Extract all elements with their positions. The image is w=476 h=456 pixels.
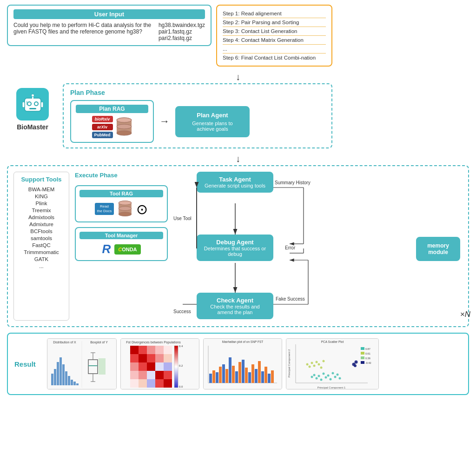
svg-text:-0.42: -0.42 [365,362,371,364]
svg-text:Fst Divergences between Popula: Fst Divergences between Populations [126,341,181,344]
svg-rect-98 [232,366,235,383]
svg-point-7 [31,94,34,97]
svg-point-17 [119,212,132,216]
svg-rect-111 [286,339,378,389]
svg-point-135 [318,363,320,366]
biorxiv-logo: bioRxiv [92,116,113,122]
svg-point-136 [320,367,323,369]
svg-rect-99 [235,371,238,383]
svg-rect-76 [155,371,164,379]
biomaster-plan-row: BioMaster Plan Phase Plan RAG bioRxiv ar… [7,83,469,148]
plan-agent-box: Plan Agent Generate plans to achieve goa… [175,106,250,137]
svg-point-124 [327,375,330,377]
tool-plink: Plink [19,200,64,207]
svg-rect-62 [164,346,172,354]
svg-rect-66 [155,354,164,362]
svg-rect-96 [225,369,228,383]
r-logo: R [102,242,111,256]
readthedocs-logo: Readthe Docs [95,203,114,215]
fake-success-label: Fake Success [276,296,305,302]
svg-rect-91 [209,374,212,383]
svg-rect-39 [51,374,53,385]
svg-rect-79 [139,379,147,388]
heatmap-chart: Fst Divergences between Populations [120,338,199,389]
tool-trimmo: Trimmmomatic [19,248,64,255]
user-input-files: hg38.bwaindex.tgz pair1.fastq.gz pari2.f… [159,22,205,41]
tool-admixture: Admixture [19,221,64,228]
arrow-to-plan: ↓ [7,72,469,81]
svg-point-4 [35,102,38,105]
svg-rect-42 [60,357,62,385]
success-label: Success [173,309,191,314]
svg-rect-74 [139,371,147,379]
user-input-text: Could you help me to perform Hi-C data a… [13,22,154,35]
svg-point-128 [337,374,339,376]
plan-phase-inner: Plan RAG bioRxiv arXiv PubMed [70,100,325,143]
svg-rect-97 [229,357,231,383]
result-section: Result Distribution of X Boxplot of Y [7,333,469,395]
svg-point-131 [309,366,311,368]
tool-rag-db-icon [118,200,132,218]
svg-point-119 [316,377,318,380]
svg-rect-106 [258,361,261,383]
histogram-svg: Distribution of X Boxplot of Y [47,339,116,389]
svg-point-122 [323,373,325,375]
tool-manager-box: Tool Manager R CONDA [75,227,168,261]
step-6: Step 6: Final Contact List Combi-nation [223,54,326,62]
tool-samtools: samtools [19,235,64,241]
heatmap-svg: Fst Divergences between Populations [121,339,199,389]
svg-rect-70 [147,362,155,371]
robot-svg [20,92,46,117]
svg-rect-73 [130,371,139,379]
check-agent-title: Check Agent [203,297,267,304]
svg-rect-67 [164,354,172,362]
svg-rect-147 [361,361,364,364]
svg-rect-100 [238,362,241,383]
top-section: User Input Could you help me to perform … [7,5,469,67]
svg-rect-104 [251,364,254,383]
plan-rag-db-icon [116,117,132,137]
svg-point-118 [313,374,316,376]
svg-rect-71 [155,362,164,371]
svg-point-13 [117,124,132,129]
error-label: Error [285,245,295,250]
user-input-header: User Input [13,9,205,19]
svg-text:0.2: 0.2 [179,364,183,367]
svg-rect-107 [261,371,264,383]
result-label: Result [14,360,42,368]
svg-text:0.0: 0.0 [179,385,183,388]
svg-rect-110 [271,370,274,383]
result-charts: Distribution of X Boxplot of Y [47,338,462,389]
execute-section: Support Tools BWA-MEM KING Plink Treemix… [7,165,469,327]
plan-phase-box: Plan Phase Plan RAG bioRxiv arXiv PubMed [63,83,332,148]
check-agent-box: Check Agent Check the results and amend … [197,293,273,319]
tool-fastqc: FastQC [19,241,64,248]
svg-point-3 [28,102,31,105]
svg-point-140 [354,364,357,367]
svg-text:Principal Component 1: Principal Component 1 [317,386,346,389]
svg-rect-46 [71,380,73,385]
biomaster-robot-icon [16,88,49,121]
svg-rect-65 [147,354,155,362]
svg-point-123 [325,376,327,379]
svg-point-120 [318,375,320,377]
pca-chart: PCA Scatter Plot Principal Component 1 P… [286,338,379,389]
plan-agent-text: Generate plans to achieve goals [183,121,242,132]
svg-rect-47 [73,382,76,385]
check-agent-text: Check the results and amend the plan [203,304,267,315]
biomaster-label: BioMaster [17,123,48,131]
task-agent-box: Task Agent Generate script using tools [197,172,273,193]
arxiv-logo: arXiv [92,124,113,130]
tool-dots: ... [19,262,64,269]
svg-text:0.36: 0.36 [365,357,370,360]
svg-rect-68 [130,362,139,371]
step-4: Step 4: Contact Matrix Generation [223,36,326,45]
support-tools-title: Support Tools [19,176,64,183]
plan-rag-box: Plan RAG bioRxiv arXiv PubMed [70,100,154,143]
svg-rect-77 [164,371,172,379]
svg-point-126 [332,372,334,375]
svg-text:Manhattan plot of on SNP FST: Manhattan plot of on SNP FST [222,340,263,344]
svg-rect-69 [139,362,147,371]
svg-point-19 [119,201,132,205]
svg-rect-41 [57,362,59,385]
